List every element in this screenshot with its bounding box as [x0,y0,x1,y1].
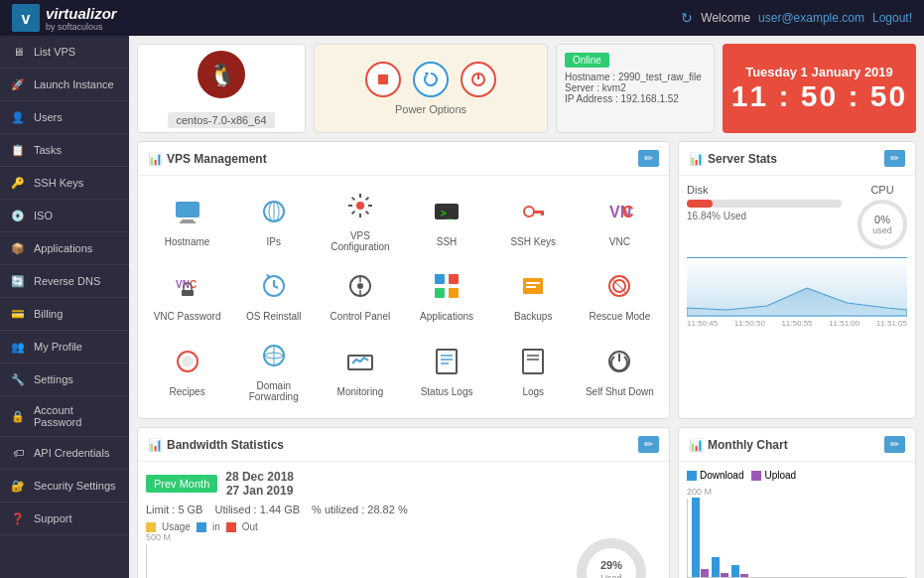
svg-rect-10 [180,221,196,223]
mgmt-icon-hostname [174,198,201,232]
bottom-row: 📊 Bandwidth Statistics ✏ Prev Month 28 D… [137,427,916,578]
mgmt-item-ips[interactable]: IPs [232,184,315,260]
sidebar-item-api-credentials[interactable]: 🏷 API Credentials [0,437,129,470]
sidebar-icon-applications: 📦 [10,240,26,256]
mgmt-label-self-shut-down: Self Shut Down [586,386,654,397]
server-stats-edit-button[interactable]: ✏ [884,150,905,167]
sidebar-item-launch-instance[interactable]: 🚀 Launch Instance [0,69,129,101]
mgmt-item-applications[interactable]: Applications [405,264,487,330]
sidebar-label-users: Users [34,111,63,123]
disk-used: 16.84% Used [687,211,842,221]
donut-label: Used [600,573,621,578]
mgmt-item-control-panel[interactable]: Control Panel [319,264,401,330]
sidebar-item-applications[interactable]: 📦 Applications [0,232,129,265]
vps-info-bar: 🐧 centos-7.0-x86_64 Power [137,44,916,133]
vps-datetime-card: Tuesday 1 January 2019 11 : 50 : 50 [723,44,916,133]
sidebar-icon-api-credentials: 🏷 [10,445,26,461]
mgmt-label-domain-forwarding: Domain Forwarding [236,380,311,402]
mgmt-label-recipes: Recipes [170,386,205,397]
mgmt-item-ssh-keys[interactable]: SSH Keys [492,184,575,260]
monthly-bar-upload-2 [721,573,728,577]
svg-point-17 [524,207,534,217]
server-stats-title: 📊 Server Stats [689,152,777,166]
mgmt-label-vps-configuration: VPS Configuration [323,230,397,252]
sidebar-item-users[interactable]: 👤 Users [0,101,129,134]
mgmt-item-ssh[interactable]: >_ SSH [405,184,487,260]
cpu-chart-area [687,257,907,317]
mgmt-icon-rescue-mode [605,272,633,307]
sidebar-item-tasks[interactable]: 📋 Tasks [0,134,129,167]
mgmt-item-domain-forwarding[interactable]: Domain Forwarding [232,334,315,410]
power-restart-button[interactable] [413,62,449,97]
refresh-icon[interactable]: ↻ [681,10,693,26]
disk-bar-bg [687,200,842,208]
mgmt-item-vnc-password[interactable]: VNC VNC Password [146,264,228,330]
mgmt-icon-domain-forwarding [260,342,288,376]
mgmt-item-status-logs[interactable]: Status Logs [405,334,487,410]
monthly-icon: 📊 [689,438,704,452]
power-on-button[interactable] [461,62,496,97]
monthly-bar-download-3 [731,565,739,577]
mgmt-item-logs[interactable]: Logs [492,334,575,410]
mgmt-item-monitoring[interactable]: Monitoring [319,334,401,410]
header-right: ↻ Welcome user@example.com Logout! [681,10,912,26]
sidebar-item-ssh-keys[interactable]: 🔑 SSH Keys [0,167,129,200]
sidebar-item-settings[interactable]: 🔧 Settings [0,363,129,396]
bandwidth-header: 📊 Bandwidth Statistics ✏ [138,428,669,462]
download-legend: Download [687,470,743,481]
mgmt-item-backups[interactable]: Backups [492,264,575,330]
cpu-circle: 0% used [858,200,907,249]
sidebar-item-billing[interactable]: 💳 Billing [0,298,129,331]
sidebar-item-iso[interactable]: 💿 ISO [0,200,129,232]
monthly-chart-panel: 📊 Monthly Chart ✏ Download Upload [678,427,916,578]
mgmt-item-hostname[interactable]: Hostname [146,184,228,260]
mgmt-label-monitoring: Monitoring [337,386,384,397]
mgmt-label-hostname: Hostname [165,236,210,247]
sidebar-item-my-profile[interactable]: 👥 My Profile [0,331,129,363]
mgmt-item-recipes[interactable]: Recipes [146,334,228,410]
mgmt-item-vnc[interactable]: VNC VNC [579,184,661,260]
prev-month-button[interactable]: Prev Month [146,475,217,493]
donut-area: 29% Used Network Speed (MB/s) [562,532,661,578]
monthly-chart-edit-button[interactable]: ✏ [884,436,905,453]
svg-text:VN: VN [176,279,190,290]
monthly-legend: Download Upload [687,470,907,481]
sidebar-item-security-settings[interactable]: 🔐 Security Settings [0,470,129,503]
mgmt-item-vps-configuration[interactable]: VPS Configuration [319,184,401,260]
legend-in-box [197,522,206,532]
legend-out-label: Out [242,521,258,532]
logo-sub: by softaculous [46,22,117,32]
monthly-chart-wrapper: 200 M [687,487,907,578]
bw-y-label-500: 500 M [146,532,554,542]
bandwidth-edit-button[interactable]: ✏ [638,436,659,453]
logout-link[interactable]: Logout! [872,11,912,25]
sidebar-icon-account-password: 🔒 [10,408,26,424]
donut-chart: 29% Used [572,533,651,578]
sidebar-item-account-password[interactable]: 🔒 Account Password [0,396,129,437]
vps-management-edit-button[interactable]: ✏ [638,150,659,167]
mgmt-item-os-reinstall[interactable]: OS Reinstall [232,264,315,330]
stats-icon: 📊 [689,152,704,166]
power-stop-button[interactable] [365,62,401,97]
svg-rect-31 [449,274,459,284]
vps-management-grid: Hostname IPs VPS Configuration >_ SSH SS… [138,176,669,418]
sidebar-item-reverse-dns[interactable]: 🔄 Reverse DNS [0,265,129,298]
bandwidth-icon: 📊 [148,438,163,452]
bw-limit: Limit : 5 GB [146,504,202,515]
legend-usage-label: Usage [162,521,191,532]
mgmt-label-ssh-keys: SSH Keys [510,236,556,247]
monthly-y-200: 200 M [687,487,907,497]
mgmt-item-rescue-mode[interactable]: Rescue Mode [579,264,661,330]
monthly-chart-header: 📊 Monthly Chart ✏ [679,428,915,462]
sidebar-item-support[interactable]: ❓ Support [0,503,129,535]
disk-bar-fill [687,200,713,208]
sidebar-item-list-vps[interactable]: 🖥 List VPS [0,36,129,69]
mgmt-icon-ips [260,198,288,232]
legend-in-label: in [212,521,220,532]
mgmt-label-logs: Logs [522,386,544,397]
mgmt-item-self-shut-down[interactable]: Self Shut Down [579,334,661,410]
os-icon: 🐧 [197,50,246,108]
monthly-bar-download-1 [692,498,700,577]
svg-rect-32 [435,288,445,298]
header: v virtualizor by softaculous ↻ Welcome u… [0,0,924,36]
